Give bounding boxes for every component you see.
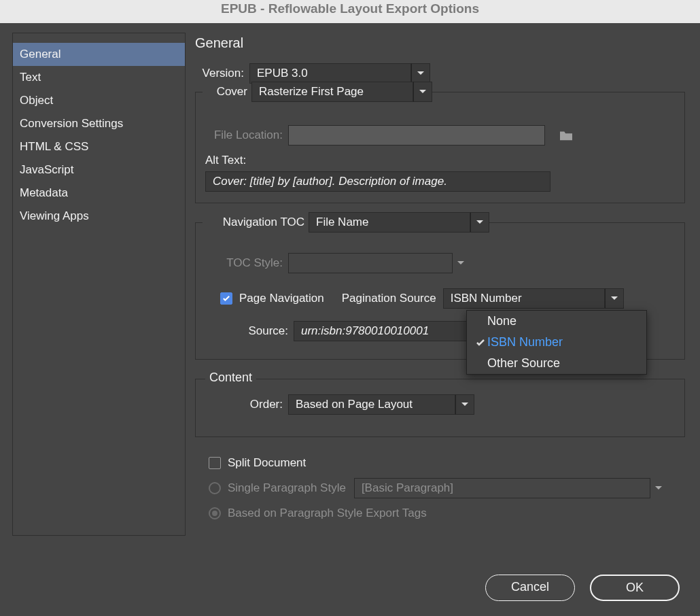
order-value: Based on Page Layout <box>296 398 413 411</box>
split-single-paragraph-label: Single Paragraph Style <box>228 481 346 495</box>
version-value: EPUB 3.0 <box>257 67 308 80</box>
cover-value: Rasterize First Page <box>259 85 364 99</box>
pagination-source-dropdown[interactable]: None ISBN Number Other Source <box>466 310 647 375</box>
chevron-down-icon <box>455 394 474 415</box>
sidebar-item-conversion-settings[interactable]: Conversion Settings <box>13 112 185 135</box>
order-label: Order: <box>205 398 288 411</box>
sidebar-item-label: HTML & CSS <box>20 140 88 153</box>
alt-text-label: Alt Text: <box>205 154 675 167</box>
sidebar-item-metadata[interactable]: Metadata <box>13 182 185 205</box>
split-document-label: Split Document <box>228 456 306 470</box>
chevron-down-icon <box>650 478 667 498</box>
ok-button[interactable]: OK <box>590 575 680 601</box>
sidebar-item-text[interactable]: Text <box>13 66 185 89</box>
toc-style-select <box>288 253 469 273</box>
toc-style-label: TOC Style: <box>205 256 288 270</box>
content-fieldset: Content Order: Based on Page Layout <box>195 379 685 437</box>
alt-text-value: Cover: [title] by [author]. Description … <box>213 175 447 188</box>
sidebar-item-javascript[interactable]: JavaScript <box>13 158 185 182</box>
panel-heading: General <box>195 35 685 51</box>
sidebar-item-label: Viewing Apps <box>20 209 89 222</box>
folder-icon[interactable] <box>559 129 574 141</box>
sidebar-item-general[interactable]: General <box>13 43 185 66</box>
split-single-paragraph-select: [Basic Paragraph] <box>354 478 667 498</box>
dropdown-item-label: None <box>487 314 517 328</box>
order-select[interactable]: Based on Page Layout <box>288 394 474 415</box>
split-single-paragraph-value: [Basic Paragraph] <box>362 481 453 495</box>
sidebar-item-label: Text <box>20 71 41 84</box>
cover-select[interactable]: Rasterize First Page <box>251 82 432 102</box>
file-location-input <box>288 125 545 146</box>
split-document-checkbox[interactable] <box>209 457 221 469</box>
category-sidebar: General Text Object Conversion Settings … <box>12 33 186 536</box>
check-icon <box>474 339 487 347</box>
sidebar-item-label: JavaScript <box>20 163 73 176</box>
nav-toc-value: File Name <box>316 216 368 229</box>
source-label: Source: <box>205 324 294 338</box>
window-title: EPUB - Reflowable Layout Export Options <box>221 1 479 16</box>
sidebar-item-label: Metadata <box>20 186 68 199</box>
dropdown-item-label: Other Source <box>487 356 560 371</box>
split-export-tags-label: Based on Paragraph Style Export Tags <box>228 507 427 520</box>
sidebar-item-object[interactable]: Object <box>13 89 185 112</box>
content-legend: Content <box>205 371 256 385</box>
chevron-down-icon <box>413 82 432 102</box>
sidebar-item-html-css[interactable]: HTML & CSS <box>13 135 185 158</box>
sidebar-item-label: Conversion Settings <box>20 117 123 130</box>
cover-fieldset: Cover Rasterize First Page File Location… <box>195 92 685 203</box>
chevron-down-icon <box>605 288 624 309</box>
sidebar-item-viewing-apps[interactable]: Viewing Apps <box>13 205 185 228</box>
cancel-button[interactable]: Cancel <box>485 575 575 601</box>
page-navigation-checkbox[interactable] <box>220 292 232 305</box>
split-export-tags-radio <box>209 507 221 519</box>
pagination-source-label: Pagination Source <box>342 292 443 305</box>
pagination-source-select[interactable]: ISBN Number <box>443 288 624 309</box>
dropdown-item-label: ISBN Number <box>487 335 563 349</box>
nav-toc-label: Navigation TOC <box>203 216 309 229</box>
version-select[interactable]: EPUB 3.0 <box>249 63 430 84</box>
chevron-down-icon <box>470 212 489 233</box>
main-panel: General Version: EPUB 3.0 Cover Rasteriz… <box>186 23 700 616</box>
chevron-down-icon <box>453 253 469 273</box>
navigation-fieldset: Navigation TOC File Name TOC Style: P <box>195 222 685 360</box>
pagination-source-value: ISBN Number <box>451 292 522 305</box>
cover-label: Cover <box>203 85 251 99</box>
alt-text-input[interactable]: Cover: [title] by [author]. Description … <box>205 171 550 192</box>
chevron-down-icon <box>411 63 430 84</box>
dropdown-item-none[interactable]: None <box>467 311 646 332</box>
window-titlebar: EPUB - Reflowable Layout Export Options <box>0 0 700 23</box>
dropdown-item-other-source[interactable]: Other Source <box>467 353 646 374</box>
sidebar-item-label: General <box>20 48 60 61</box>
dropdown-item-isbn-number[interactable]: ISBN Number <box>467 332 646 353</box>
split-single-paragraph-radio <box>209 482 221 494</box>
file-location-label: File Location: <box>205 129 288 142</box>
page-navigation-label: Page Navigation <box>239 292 324 305</box>
nav-toc-select[interactable]: File Name <box>309 212 489 233</box>
source-value: urn:isbn:9780010010001 <box>301 324 429 338</box>
sidebar-item-label: Object <box>20 94 53 107</box>
version-label: Version: <box>195 67 249 80</box>
